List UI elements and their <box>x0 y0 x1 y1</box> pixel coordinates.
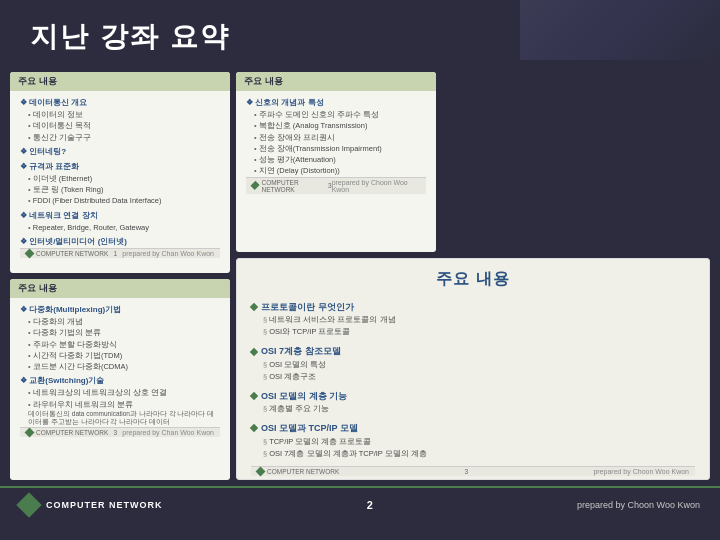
section-heading-osi-func: OSI 모델의 계층 기능 <box>251 389 695 403</box>
sub-protocol-1: 네트워크 서비스와 프로토콜의 개념 <box>251 314 695 326</box>
footer-logo-diamond-icon <box>16 492 41 517</box>
page-container: 지난 강좌 요약 주요 내용 ❖ 데이터통신 개요 데이터의 정보 데이터통신 … <box>0 0 720 540</box>
right-column: 주요 내용 ❖ 신호의 개념과 특성 주파수 도메인 신호의 주파수 특성 복합… <box>236 72 710 480</box>
slide-number-main: 3 <box>465 468 469 475</box>
slide-mini-logo-main: COMPUTER NETWORK <box>257 468 339 475</box>
diamond-osi <box>250 347 258 355</box>
section-switch: ❖ 교환(Switching)기술 <box>20 375 220 387</box>
bullet-devices: Repeater, Bridge, Router, Gateway <box>20 222 220 233</box>
left-column: 주요 내용 ❖ 데이터통신 개요 데이터의 정보 데이터통신 목적 통신간 기술… <box>10 72 230 480</box>
slide-number-3: 3 <box>113 429 117 436</box>
prepared-by-main: prepared by Choon Woo Kwon <box>593 468 689 475</box>
slide-logo-text-1: COMPUTER NETWORK <box>36 250 108 257</box>
card-header-tr: 주요 내용 <box>236 72 436 91</box>
sub-tcp-2: OSI 7계층 모델의 계층과 TCP/IP 모델의 계층 <box>251 448 695 460</box>
header-decoration <box>520 0 720 60</box>
prepared-by-3: prepared by Chan Woo Kwon <box>122 429 214 436</box>
bullet-sig-1: 주파수 도메인 신호의 주파수 특성 <box>246 109 426 120</box>
bullet-sig-4: 전송 장애(Transmission Impairment) <box>246 143 426 154</box>
card-content-3: ❖ 다중화(Multiplexing)기법 다중화의 개념 다중화 기법의 분류… <box>20 304 220 427</box>
slide-footer-tr: COMPUTER NETWORK 3 prepared by Choon Woo… <box>246 177 426 194</box>
sub-protocol-2: OSI와 TCP/IP 프로토콜 <box>251 326 695 338</box>
section-internet: ❖ 인터네팅? <box>20 146 220 158</box>
section-data-comm: ❖ 데이터통신 개요 <box>20 97 220 109</box>
footer-logo-text: COMPUTER NETWORK <box>46 500 163 510</box>
bullet-mux-2: 다중화 기법의 분류 <box>20 327 220 338</box>
slide-card-3: 주요 내용 ❖ 다중화(Multiplexing)기법 다중화의 개념 다중화 … <box>10 279 230 480</box>
section-internet2: ❖ 인터넷/멀티미디어 (인터넷) <box>20 236 220 248</box>
mini-diamond-icon-main <box>256 466 266 476</box>
slide-mini-logo-3: COMPUTER NETWORK <box>26 429 108 436</box>
card-header-3: 주요 내용 <box>10 279 230 298</box>
bullet-sig-5: 성능 평가(Attenuation) <box>246 154 426 165</box>
section-osi-func: OSI 모델의 계층 기능 계층별 주요 기능 <box>251 389 695 415</box>
footer-page-number: 2 <box>367 499 373 511</box>
prepared-by-tr: prepared by Choon Woo Kwon <box>332 179 420 193</box>
bullet-mux-4: 시간적 다중화 기법(TDM) <box>20 350 220 361</box>
sub-osi-1: OSI 모델의 특성 <box>251 359 695 371</box>
slide-card-top-right: 주요 내용 ❖ 신호의 개념과 특성 주파수 도메인 신호의 주파수 특성 복합… <box>236 72 436 252</box>
footer: COMPUTER NETWORK 2 prepared by Choon Woo… <box>0 486 720 522</box>
slide-logo-text-tr: COMPUTER NETWORK <box>261 179 328 193</box>
bullet-2: 데이터통신 목적 <box>20 120 220 131</box>
bullet-sig-6: 지연 (Delay (Distortion)) <box>246 165 426 176</box>
section-standard: ❖ 규격과 표준화 <box>20 161 220 173</box>
mini-diamond-icon-tr <box>250 181 260 191</box>
main-card-content: 프로토콜이란 무엇인가 네트워크 서비스와 프로토콜의 개념 OSI와 TCP/… <box>251 300 695 460</box>
diamond-protocol <box>250 303 258 311</box>
card-header-1: 주요 내용 <box>10 72 230 91</box>
footer-left: COMPUTER NETWORK <box>20 496 163 514</box>
main-card-title: 주요 내용 <box>251 269 695 290</box>
footer-credit: prepared by Choon Woo Kwon <box>577 500 700 510</box>
section-protocol: 프로토콜이란 무엇인가 네트워크 서비스와 프로토콜의 개념 OSI와 TCP/… <box>251 300 695 338</box>
diamond-osi-func <box>250 392 258 400</box>
top-row: 주요 내용 ❖ 신호의 개념과 특성 주파수 도메인 신호의 주파수 특성 복합… <box>236 72 710 252</box>
card-content-1: ❖ 데이터통신 개요 데이터의 정보 데이터통신 목적 통신간 기술구구 ❖ 인… <box>20 97 220 248</box>
slide-logo-text-3: COMPUTER NETWORK <box>36 429 108 436</box>
slide-logo-text-main: COMPUTER NETWORK <box>267 468 339 475</box>
bullet-mux-5: 코드분 시간 다중화(CDMA) <box>20 361 220 372</box>
slide-mini-logo-1: COMPUTER NETWORK <box>26 250 108 257</box>
bullet-token: 토큰 링 (Token Ring) <box>20 184 220 195</box>
slide-mini-logo-tr: COMPUTER NETWORK <box>252 179 328 193</box>
diamond-osi-tcp <box>250 424 258 432</box>
section-heading-osi: OSI 7계층 참조모델 <box>251 344 695 358</box>
bullet-sw-1: 네트워크상의 네트워크상의 상호 연결 <box>20 387 220 398</box>
bullet-sig-3: 전송 장애와 프리퀀시 <box>246 132 426 143</box>
slide-footer-1: COMPUTER NETWORK 1 prepared by Chan Woo … <box>20 248 220 258</box>
mini-diamond-icon-1 <box>25 248 35 258</box>
slide-footer-3: COMPUTER NETWORK 3 prepared by Chan Woo … <box>20 427 220 437</box>
slide-card-1: 주요 내용 ❖ 데이터통신 개요 데이터의 정보 데이터통신 목적 통신간 기술… <box>10 72 230 273</box>
section-osi-tcp: OSI 모델과 TCP/IP 모델 TCP/IP 모델의 계층 프로토콜 OSI… <box>251 421 695 459</box>
bullet-1: 데이터의 정보 <box>20 109 220 120</box>
sub-tcp-1: TCP/IP 모델의 계층 프로토콜 <box>251 436 695 448</box>
section-heading-osi-tcp: OSI 모델과 TCP/IP 모델 <box>251 421 695 435</box>
prepared-by-1: prepared by Chan Woo Kwon <box>122 250 214 257</box>
slide-footer-main: COMPUTER NETWORK 3 prepared by Choon Woo… <box>251 466 695 476</box>
spacer-top <box>442 72 710 252</box>
section-mux: ❖ 다중화(Multiplexing)기법 <box>20 304 220 316</box>
bullet-sig-2: 복합신호 (Analog Transmission) <box>246 120 426 131</box>
sub-osi-func-1: 계층별 주요 기능 <box>251 403 695 415</box>
bullet-fddi: FDDI (Fiber Distributed Data Interface) <box>20 195 220 206</box>
header: 지난 강좌 요약 <box>0 0 720 66</box>
section-network-device: ❖ 네트워크 연결 장치 <box>20 210 220 222</box>
section-osi: OSI 7계층 참조모델 OSI 모델의 특성 OSI 계층구조 <box>251 344 695 382</box>
main-center-card: 주요 내용 프로토콜이란 무엇인가 네트워크 서비스와 프로토콜의 개념 OSI… <box>236 258 710 480</box>
mini-diamond-icon-3 <box>25 427 35 437</box>
section-heading-protocol: 프로토콜이란 무엇인가 <box>251 300 695 314</box>
main-content: 주요 내용 ❖ 데이터통신 개요 데이터의 정보 데이터통신 목적 통신간 기술… <box>0 66 720 486</box>
bullet-sw-2: 라우터우치 네트워크의 분류 <box>20 399 220 410</box>
sub-osi-2: OSI 계층구조 <box>251 371 695 383</box>
bullet-mux-3: 주파수 분할 다중화방식 <box>20 339 220 350</box>
bullet-sw-3: 데이터통신의 data communication과 나라마다 각 나라마다 데… <box>20 410 220 427</box>
card-content-tr: ❖ 신호의 개념과 특성 주파수 도메인 신호의 주파수 특성 복합신호 (An… <box>246 97 426 177</box>
bullet-eth: 이더넷 (Ethernet) <box>20 173 220 184</box>
slide-number-1: 1 <box>113 250 117 257</box>
bullet-mux-1: 다중화의 개념 <box>20 316 220 327</box>
bullet-3: 통신간 기술구구 <box>20 132 220 143</box>
section-signal: ❖ 신호의 개념과 특성 <box>246 97 426 109</box>
